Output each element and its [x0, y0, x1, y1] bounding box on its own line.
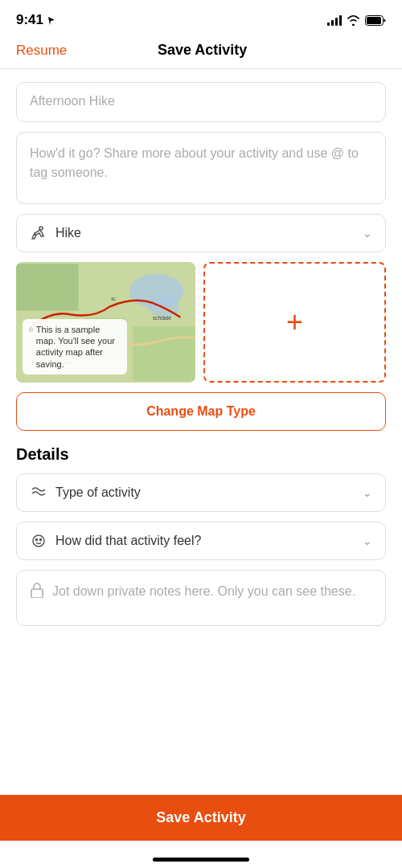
activity-type-dropdown[interactable]: Hike ⌄ — [16, 214, 386, 252]
home-indicator — [153, 858, 249, 862]
lock-icon — [30, 582, 44, 598]
status-time: 9:41 — [16, 12, 56, 28]
svg-text:schdale: schdale — [153, 315, 172, 321]
feel-icon — [30, 534, 47, 548]
time-display: 9:41 — [16, 12, 43, 28]
svg-rect-1 — [367, 17, 381, 24]
bottom-spacer — [16, 636, 386, 700]
resume-button[interactable]: Resume — [16, 43, 67, 59]
change-map-type-button[interactable]: Change Map Type — [16, 392, 386, 431]
description-placeholder: How'd it go? Share more about your activ… — [30, 146, 359, 179]
add-photo-button[interactable]: + — [203, 262, 386, 383]
activity-name-placeholder: Afternoon Hike — [30, 94, 115, 108]
page-title: Save Activity — [158, 42, 247, 59]
activity-type-icon — [30, 485, 47, 500]
map-overlay: i This is a sample map. You'll see your … — [23, 319, 127, 375]
status-bar: 9:41 — [0, 0, 402, 35]
map-section: schdale IE rulore i This is a sample map… — [16, 262, 386, 383]
nav-bar: Resume Save Activity — [0, 35, 402, 69]
chevron-down-icon: ⌄ — [363, 227, 372, 240]
chevron-down-icon-3: ⌄ — [363, 534, 372, 547]
private-notes-placeholder: Jot down private notes here. Only you ca… — [52, 582, 372, 601]
how-did-it-feel-label: How did that activity feel? — [55, 534, 355, 548]
svg-text:i: i — [31, 328, 31, 331]
activity-type-label: Hike — [55, 226, 355, 240]
wifi-icon — [347, 15, 360, 26]
how-did-it-feel-dropdown[interactable]: How did that activity feel? ⌄ — [16, 522, 386, 560]
svg-rect-8 — [133, 326, 195, 381]
svg-point-15 — [36, 539, 38, 541]
activity-name-input[interactable]: Afternoon Hike — [16, 82, 386, 122]
type-of-activity-dropdown[interactable]: Type of activity ⌄ — [16, 473, 386, 512]
signal-icon — [327, 14, 342, 26]
svg-rect-6 — [16, 264, 79, 310]
details-heading: Details — [16, 440, 386, 464]
info-icon: i — [29, 324, 33, 335]
content-area: Afternoon Hike How'd it go? Share more a… — [0, 69, 402, 713]
private-notes-input[interactable]: Jot down private notes here. Only you ca… — [16, 570, 386, 626]
svg-point-16 — [40, 539, 42, 541]
save-button-container: Save Activity — [0, 795, 402, 841]
battery-icon — [365, 15, 386, 26]
svg-point-2 — [39, 227, 43, 230]
sample-map-text: This is a sample map. You'll see your ac… — [36, 324, 121, 370]
description-input[interactable]: How'd it go? Share more about your activ… — [16, 132, 386, 204]
type-of-activity-label: Type of activity — [55, 485, 355, 500]
status-icons — [327, 14, 386, 26]
svg-rect-17 — [31, 589, 43, 598]
chevron-down-icon-2: ⌄ — [363, 486, 372, 499]
save-activity-button[interactable]: Save Activity — [0, 795, 402, 841]
map-thumbnail: schdale IE rulore i This is a sample map… — [16, 262, 195, 383]
plus-icon: + — [286, 308, 303, 337]
hike-icon — [30, 226, 47, 240]
svg-point-14 — [33, 535, 44, 547]
save-activity-label: Save Activity — [156, 809, 245, 825]
location-arrow-icon — [47, 15, 56, 25]
svg-text:IE: IE — [111, 297, 116, 301]
